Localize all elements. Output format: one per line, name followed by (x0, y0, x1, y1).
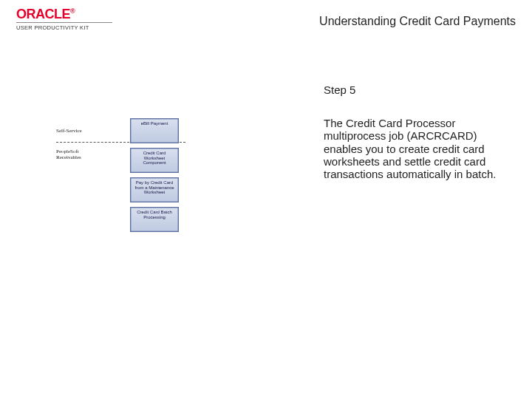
lane-label-self-service: Self-Service (56, 129, 82, 134)
step-label: Step 5 (324, 83, 355, 96)
diagram-box-ebill: eBill Payment (130, 118, 179, 143)
oracle-logo-text: ORACLE (16, 7, 70, 21)
step-body: The Credit Card Processor multiprocess j… (324, 117, 517, 180)
diagram-box-pay-by-card: Pay by Credit Card from a Maintenance Wo… (130, 177, 179, 202)
diagram-box-column: eBill Payment Credit Card Worksheet Comp… (130, 118, 182, 236)
registered-mark: ® (70, 7, 75, 15)
logo-divider (16, 22, 112, 23)
diagram-box-worksheet: Credit Card Worksheet Component (130, 148, 179, 173)
branding-block: ORACLE® USER PRODUCTIVITY KIT (16, 7, 112, 31)
oracle-logo: ORACLE® (16, 7, 112, 21)
lane-label-receivables: PeopleSoft Receivables (56, 149, 81, 160)
diagram-box-batch: Credit Card Batch Processing (130, 207, 179, 232)
page-title: Understanding Credit Card Payments (319, 15, 516, 28)
product-line-label: USER PRODUCTIVITY KIT (16, 24, 112, 31)
